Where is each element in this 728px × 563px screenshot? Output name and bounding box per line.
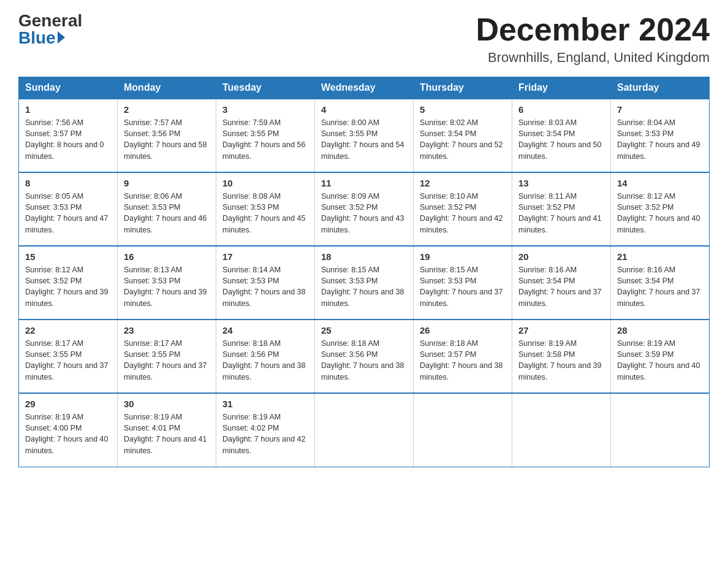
location-text: Brownhills, England, United Kingdom: [476, 50, 710, 66]
day-info: Sunrise: 8:16 AMSunset: 3:54 PMDaylight:…: [518, 266, 602, 307]
day-info: Sunrise: 8:19 AMSunset: 4:02 PMDaylight:…: [222, 413, 306, 454]
day-number: 22: [25, 325, 111, 335]
table-row: 1 Sunrise: 7:56 AMSunset: 3:57 PMDayligh…: [19, 99, 118, 172]
day-number: 28: [617, 325, 703, 335]
day-info: Sunrise: 8:18 AMSunset: 3:56 PMDaylight:…: [222, 339, 306, 381]
table-row: 28 Sunrise: 8:19 AMSunset: 3:59 PMDaylig…: [611, 320, 710, 393]
day-number: 5: [420, 104, 506, 115]
day-info: Sunrise: 8:18 AMSunset: 3:56 PMDaylight:…: [321, 339, 404, 381]
calendar-week-row: 8 Sunrise: 8:05 AMSunset: 3:53 PMDayligh…: [19, 172, 710, 246]
day-number: 30: [124, 399, 210, 409]
day-info: Sunrise: 7:59 AMSunset: 3:55 PMDaylight:…: [222, 118, 306, 160]
day-number: 6: [518, 104, 604, 115]
table-row: 18 Sunrise: 8:15 AMSunset: 3:53 PMDaylig…: [315, 246, 414, 320]
table-row: 11 Sunrise: 8:09 AMSunset: 3:52 PMDaylig…: [315, 172, 414, 246]
day-number: 9: [124, 178, 210, 188]
header-thursday: Thursday: [414, 77, 512, 99]
table-row: 13 Sunrise: 8:11 AMSunset: 3:52 PMDaylig…: [512, 172, 611, 246]
table-row: [611, 393, 710, 467]
day-info: Sunrise: 8:11 AMSunset: 3:52 PMDaylight:…: [518, 192, 602, 234]
day-info: Sunrise: 8:19 AMSunset: 4:01 PMDaylight:…: [124, 413, 207, 454]
day-info: Sunrise: 8:00 AMSunset: 3:55 PMDaylight:…: [321, 118, 404, 160]
day-info: Sunrise: 8:10 AMSunset: 3:52 PMDaylight:…: [420, 192, 503, 234]
day-info: Sunrise: 8:19 AMSunset: 4:00 PMDaylight:…: [25, 413, 108, 454]
table-row: 31 Sunrise: 8:19 AMSunset: 4:02 PMDaylig…: [216, 393, 315, 467]
header-wednesday: Wednesday: [315, 77, 414, 99]
header-friday: Friday: [512, 77, 611, 99]
day-info: Sunrise: 8:08 AMSunset: 3:53 PMDaylight:…: [222, 192, 306, 234]
calendar-header-row: Sunday Monday Tuesday Wednesday Thursday…: [19, 77, 710, 99]
day-number: 25: [321, 325, 407, 335]
calendar-week-row: 1 Sunrise: 7:56 AMSunset: 3:57 PMDayligh…: [19, 99, 710, 172]
day-number: 21: [617, 251, 703, 262]
day-info: Sunrise: 8:02 AMSunset: 3:54 PMDaylight:…: [420, 118, 503, 160]
day-number: 20: [518, 251, 604, 262]
table-row: 16 Sunrise: 8:13 AMSunset: 3:53 PMDaylig…: [118, 246, 216, 320]
day-info: Sunrise: 8:16 AMSunset: 3:54 PMDaylight:…: [617, 266, 700, 307]
table-row: 2 Sunrise: 7:57 AMSunset: 3:56 PMDayligh…: [118, 99, 216, 172]
calendar-week-row: 15 Sunrise: 8:12 AMSunset: 3:52 PMDaylig…: [19, 246, 710, 320]
day-number: 26: [420, 325, 506, 335]
table-row: 14 Sunrise: 8:12 AMSunset: 3:52 PMDaylig…: [611, 172, 710, 246]
table-row: 5 Sunrise: 8:02 AMSunset: 3:54 PMDayligh…: [414, 99, 512, 172]
page-header: General Blue December 2024 Brownhills, E…: [18, 12, 710, 66]
day-number: 17: [222, 251, 308, 262]
day-info: Sunrise: 8:04 AMSunset: 3:53 PMDaylight:…: [617, 118, 700, 160]
header-saturday: Saturday: [611, 77, 710, 99]
logo-arrow-icon: [58, 31, 65, 44]
table-row: 7 Sunrise: 8:04 AMSunset: 3:53 PMDayligh…: [611, 99, 710, 172]
day-info: Sunrise: 7:57 AMSunset: 3:56 PMDaylight:…: [124, 118, 207, 160]
table-row: 8 Sunrise: 8:05 AMSunset: 3:53 PMDayligh…: [19, 172, 118, 246]
day-number: 23: [124, 325, 210, 335]
day-number: 14: [617, 178, 703, 188]
day-number: 7: [617, 104, 703, 115]
table-row: 9 Sunrise: 8:06 AMSunset: 3:53 PMDayligh…: [118, 172, 216, 246]
logo-blue-text: Blue: [18, 29, 65, 47]
day-number: 16: [124, 251, 210, 262]
day-info: Sunrise: 8:12 AMSunset: 3:52 PMDaylight:…: [25, 266, 108, 307]
table-row: 15 Sunrise: 8:12 AMSunset: 3:52 PMDaylig…: [19, 246, 118, 320]
table-row: 30 Sunrise: 8:19 AMSunset: 4:01 PMDaylig…: [118, 393, 216, 467]
table-row: 27 Sunrise: 8:19 AMSunset: 3:58 PMDaylig…: [512, 320, 611, 393]
table-row: 29 Sunrise: 8:19 AMSunset: 4:00 PMDaylig…: [19, 393, 118, 467]
table-row: [512, 393, 611, 467]
table-row: [414, 393, 512, 467]
day-info: Sunrise: 8:19 AMSunset: 3:58 PMDaylight:…: [518, 339, 602, 381]
day-info: Sunrise: 8:05 AMSunset: 3:53 PMDaylight:…: [25, 192, 108, 234]
day-number: 29: [25, 399, 111, 409]
day-info: Sunrise: 8:17 AMSunset: 3:55 PMDaylight:…: [124, 339, 207, 381]
table-row: [315, 393, 414, 467]
table-row: 24 Sunrise: 8:18 AMSunset: 3:56 PMDaylig…: [216, 320, 315, 393]
day-info: Sunrise: 8:17 AMSunset: 3:55 PMDaylight:…: [25, 339, 108, 381]
day-number: 24: [222, 325, 308, 335]
table-row: 25 Sunrise: 8:18 AMSunset: 3:56 PMDaylig…: [315, 320, 414, 393]
day-number: 3: [222, 104, 308, 115]
title-section: December 2024 Brownhills, England, Unite…: [476, 12, 710, 66]
day-number: 18: [321, 251, 407, 262]
table-row: 23 Sunrise: 8:17 AMSunset: 3:55 PMDaylig…: [118, 320, 216, 393]
day-number: 27: [518, 325, 604, 335]
day-info: Sunrise: 8:19 AMSunset: 3:59 PMDaylight:…: [617, 339, 700, 381]
day-info: Sunrise: 8:13 AMSunset: 3:53 PMDaylight:…: [124, 266, 207, 307]
calendar-week-row: 22 Sunrise: 8:17 AMSunset: 3:55 PMDaylig…: [19, 320, 710, 393]
day-info: Sunrise: 8:18 AMSunset: 3:57 PMDaylight:…: [420, 339, 503, 381]
calendar-week-row: 29 Sunrise: 8:19 AMSunset: 4:00 PMDaylig…: [19, 393, 710, 467]
logo: General Blue: [18, 12, 82, 47]
table-row: 21 Sunrise: 8:16 AMSunset: 3:54 PMDaylig…: [611, 246, 710, 320]
day-number: 19: [420, 251, 506, 262]
table-row: 22 Sunrise: 8:17 AMSunset: 3:55 PMDaylig…: [19, 320, 118, 393]
calendar-table: Sunday Monday Tuesday Wednesday Thursday…: [18, 77, 710, 467]
day-info: Sunrise: 8:09 AMSunset: 3:52 PMDaylight:…: [321, 192, 404, 234]
header-tuesday: Tuesday: [216, 77, 315, 99]
month-title: December 2024: [476, 12, 710, 47]
day-number: 15: [25, 251, 111, 262]
day-number: 2: [124, 104, 210, 115]
day-number: 11: [321, 178, 407, 188]
table-row: 10 Sunrise: 8:08 AMSunset: 3:53 PMDaylig…: [216, 172, 315, 246]
table-row: 19 Sunrise: 8:15 AMSunset: 3:53 PMDaylig…: [414, 246, 512, 320]
day-info: Sunrise: 8:15 AMSunset: 3:53 PMDaylight:…: [420, 266, 503, 307]
day-info: Sunrise: 7:56 AMSunset: 3:57 PMDaylight:…: [25, 118, 104, 160]
table-row: 3 Sunrise: 7:59 AMSunset: 3:55 PMDayligh…: [216, 99, 315, 172]
day-number: 31: [222, 399, 308, 409]
day-number: 10: [222, 178, 308, 188]
